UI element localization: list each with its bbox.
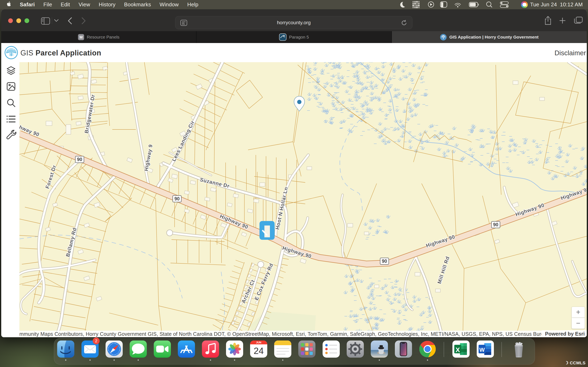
svg-text:M: M (79, 35, 83, 39)
svg-text:90: 90 (493, 222, 498, 227)
svg-text:90: 90 (77, 157, 82, 162)
svg-text:X: X (456, 346, 460, 354)
svg-text:90: 90 (174, 196, 180, 201)
svg-text:24: 24 (254, 346, 264, 356)
svg-text:JUN: JUN (256, 341, 261, 344)
svg-text:90: 90 (382, 259, 387, 264)
svg-text:W: W (479, 347, 485, 353)
